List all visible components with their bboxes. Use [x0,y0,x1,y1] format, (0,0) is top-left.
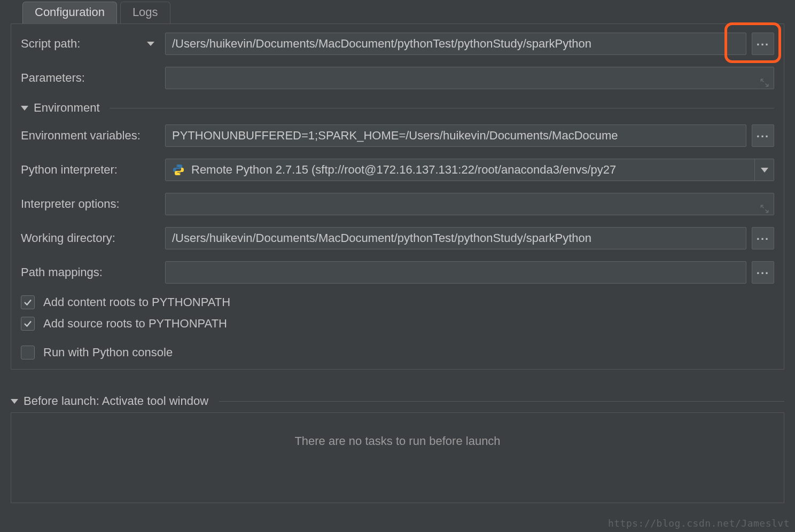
script-path-label[interactable]: Script path: [21,37,160,51]
label-text: Parameters: [21,71,85,85]
python-icon [172,163,185,176]
checkbox-icon [21,346,35,359]
interpreter-value: Remote Python 2.7.15 (sftp://root@172.16… [191,163,616,177]
env-vars-browse-button[interactable]: ... [752,124,774,147]
label-text: Environment variables: [21,129,141,143]
parameters-label: Parameters: [21,71,160,85]
no-tasks-message: There are no tasks to run before launch [294,434,500,448]
expand-icon[interactable] [760,199,769,209]
script-path-browse-button[interactable]: ... [752,33,774,55]
path-mappings-label: Path mappings: [21,265,160,279]
parameters-input[interactable] [165,67,774,89]
label-text: Interpreter options: [21,197,120,211]
chevron-down-icon [761,168,768,173]
section-title: Before launch: Activate tool window [24,394,208,408]
section-title: Environment [34,101,100,115]
watermark-text: https://blog.csdn.net/Jameslvt [608,518,790,529]
ellipsis-icon: ... [757,229,769,243]
label-text: Path mappings: [21,265,103,279]
environment-section-header[interactable]: Environment [21,101,774,115]
checkbox-icon [21,317,35,331]
before-launch-section-header[interactable]: Before launch: Activate tool window [11,394,784,408]
checkbox-label: Add content roots to PYTHONPATH [43,295,230,309]
working-directory-browse-button[interactable]: ... [752,227,774,249]
expand-icon[interactable] [760,73,769,83]
python-interpreter-label: Python interpreter: [21,163,160,177]
path-mappings-input[interactable] [165,261,746,284]
ellipsis-icon: ... [757,263,769,277]
script-path-input[interactable]: /Users/huikevin/Documents/MacDocument/py… [165,33,746,55]
chevron-down-icon [147,42,154,46]
configuration-panel: Script path: /Users/huikevin/Documents/M… [11,24,784,370]
label-text: Working directory: [21,231,115,245]
interpreter-options-input[interactable] [165,193,774,215]
working-directory-input[interactable]: /Users/huikevin/Documents/MacDocument/py… [165,227,746,249]
tab-logs[interactable]: Logs [120,2,170,24]
label-text: Script path: [21,37,80,51]
chevron-down-icon [11,399,18,404]
add-source-roots-checkbox[interactable]: Add source roots to PYTHONPATH [21,317,774,331]
interpreter-options-label: Interpreter options: [21,197,160,211]
env-vars-label: Environment variables: [21,129,160,143]
path-mappings-browse-button[interactable]: ... [752,261,774,284]
checkbox-icon [21,295,35,309]
env-vars-input[interactable]: PYTHONUNBUFFERED=1;SPARK_HOME=/Users/hui… [165,124,746,147]
chevron-down-icon [21,106,28,111]
working-directory-label: Working directory: [21,231,160,245]
before-launch-panel: There are no tasks to run before launch [11,412,784,503]
python-interpreter-select[interactable]: Remote Python 2.7.15 (sftp://root@172.16… [165,159,774,181]
run-with-python-console-checkbox[interactable]: Run with Python console [21,346,774,359]
label-text: Python interpreter: [21,163,118,177]
tab-configuration[interactable]: Configuration [22,2,117,24]
ellipsis-icon: ... [757,35,769,49]
add-content-roots-checkbox[interactable]: Add content roots to PYTHONPATH [21,295,774,309]
ellipsis-icon: ... [757,127,769,140]
checkbox-label: Run with Python console [43,346,173,359]
checkbox-label: Add source roots to PYTHONPATH [43,317,227,331]
interpreter-dropdown-button[interactable] [754,159,774,181]
